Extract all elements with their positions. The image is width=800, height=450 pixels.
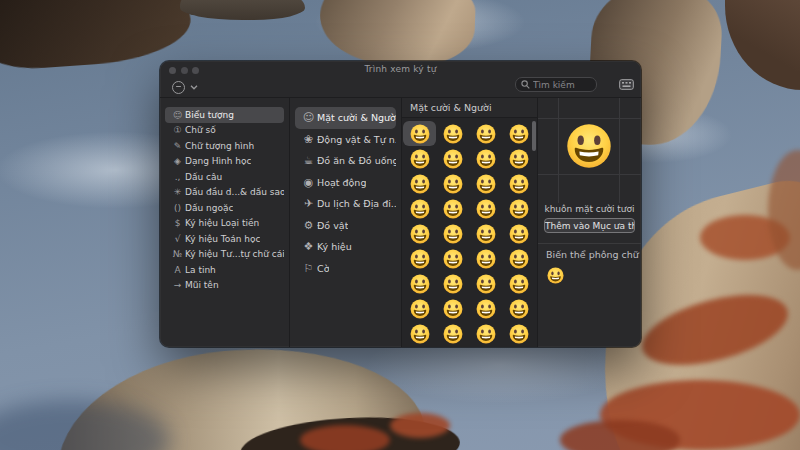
emoji-cell[interactable] xyxy=(436,296,469,321)
search-input[interactable] xyxy=(533,80,591,90)
category-label: Đồ ăn & Đồ uống xyxy=(317,155,396,166)
arrow-icon: → xyxy=(170,280,185,290)
emoji-cell[interactable] xyxy=(469,121,502,146)
emoji-cell[interactable] xyxy=(469,271,502,296)
emoji-cell[interactable] xyxy=(502,196,535,221)
emoji-caption: khuôn mặt cười tươi xyxy=(538,203,641,215)
sidebar-item[interactable]: № Ký hiệu Tư...tự chữ cái xyxy=(165,247,284,263)
emoji-category-item[interactable]: ◉ Hoạt động xyxy=(295,172,396,194)
emoji-glyph xyxy=(443,224,463,244)
emoji-cell[interactable] xyxy=(436,171,469,196)
category-label: Ký hiệu xyxy=(317,241,352,252)
add-to-favorites-button[interactable]: Thêm vào Mục ưa thích xyxy=(544,218,635,233)
sidebar-item-label: Ký hiệu Loại tiền xyxy=(185,218,259,228)
emoji-cell[interactable] xyxy=(469,221,502,246)
emoji-cell[interactable] xyxy=(403,196,436,221)
emoji-cell[interactable] xyxy=(469,321,502,346)
emoji-cell[interactable] xyxy=(436,121,469,146)
emoji-cell[interactable] xyxy=(436,321,469,346)
emoji-cell[interactable] xyxy=(403,296,436,321)
emoji-cell[interactable] xyxy=(469,146,502,171)
chevron-down-icon xyxy=(190,85,198,90)
emoji-cell[interactable] xyxy=(403,121,436,146)
font-variation-item[interactable] xyxy=(538,260,641,288)
wallpaper-rock-island xyxy=(180,0,305,20)
wallpaper-rock-top-right xyxy=(725,0,800,90)
emoji-grid xyxy=(402,118,537,346)
sidebar-item[interactable]: √ Ký hiệu Toán học xyxy=(165,231,284,247)
category-label: Du lịch & Địa đi... xyxy=(317,198,396,209)
emoji-glyph xyxy=(509,149,529,169)
emoji-glyph xyxy=(443,124,463,144)
emoji-glyph xyxy=(410,274,430,294)
sidebar-item[interactable]: → Mũi tên xyxy=(165,278,284,294)
diamond-icon: ◈ xyxy=(170,156,185,166)
view-options-button[interactable] xyxy=(172,81,198,94)
emoji-cell[interactable] xyxy=(469,296,502,321)
sidebar-item[interactable]: ① Chữ số xyxy=(165,123,284,139)
emoji-cell[interactable] xyxy=(436,271,469,296)
emoji-cell[interactable] xyxy=(436,246,469,271)
emoji-cell[interactable] xyxy=(403,146,436,171)
sidebar-item[interactable]: ☺ Biểu tượng xyxy=(165,107,284,123)
emoji-cell[interactable] xyxy=(403,321,436,346)
emoji-cell[interactable] xyxy=(502,171,535,196)
emoji-preview xyxy=(538,98,641,203)
sidebar-item[interactable]: ◈ Dạng Hình học xyxy=(165,154,284,170)
emoji-cell[interactable] xyxy=(502,246,535,271)
emoji-cell[interactable] xyxy=(502,321,535,346)
sidebar-item-label: Dấu câu xyxy=(185,172,222,182)
emoji-category-item[interactable]: ☕ Đồ ăn & Đồ uống xyxy=(295,150,396,172)
emoji-category-item[interactable]: ❀ Động vật & Tự n... xyxy=(295,129,396,151)
emoji-cell[interactable] xyxy=(502,271,535,296)
emoji-cell[interactable] xyxy=(403,171,436,196)
emoji-cell[interactable] xyxy=(469,171,502,196)
emoji-category-item[interactable]: ☺ Mặt cười & Người xyxy=(295,107,396,129)
font-variation-header: Biến thể phông chữ xyxy=(538,244,641,260)
close-button[interactable] xyxy=(169,67,176,74)
wallpaper-rock-pillar xyxy=(318,0,476,68)
emoji-glyph xyxy=(410,199,430,219)
emoji-cell[interactable] xyxy=(436,221,469,246)
category-label: Động vật & Tự n... xyxy=(317,134,396,145)
category-sidebar: ☺ Biểu tượng ① Chữ số ✎ Chữ tượng hình ◈… xyxy=(160,98,289,347)
sidebar-item[interactable]: $ Ký hiệu Loại tiền xyxy=(165,216,284,232)
emoji-glyph xyxy=(476,199,496,219)
category-label: Cờ xyxy=(317,263,329,274)
emoji-category-item[interactable]: ⚙ Đồ vật xyxy=(295,215,396,237)
emoji-cell[interactable] xyxy=(436,146,469,171)
zoom-button[interactable] xyxy=(192,67,199,74)
letter-a-icon: A xyxy=(170,265,185,275)
sidebar-item-label: Biểu tượng xyxy=(185,110,234,120)
emoji-glyph xyxy=(443,249,463,269)
emoji-glyph xyxy=(410,224,430,244)
category-label: Hoạt động xyxy=(317,177,366,188)
emoji-cell[interactable] xyxy=(403,246,436,271)
emoji-cell[interactable] xyxy=(502,221,535,246)
minimize-button[interactable] xyxy=(181,67,188,74)
sidebar-item[interactable]: A La tinh xyxy=(165,262,284,278)
selected-emoji-large xyxy=(566,123,612,169)
emoji-cell[interactable] xyxy=(502,146,535,171)
asterisk-icon: ✳ xyxy=(170,187,185,197)
emoji-cell[interactable] xyxy=(469,196,502,221)
grid-scrollbar[interactable] xyxy=(532,121,536,151)
circled-one-icon: ① xyxy=(170,125,185,135)
sidebar-item[interactable]: ✳ Dấu đầu d...& dấu sao xyxy=(165,185,284,201)
sidebar-item[interactable]: ., Dấu câu xyxy=(165,169,284,185)
emoji-glyph xyxy=(476,224,496,244)
emoji-cell[interactable] xyxy=(403,271,436,296)
emoji-category-item[interactable]: ❖ Ký hiệu xyxy=(295,236,396,258)
emoji-category-item[interactable]: ✈ Du lịch & Địa đi... xyxy=(295,193,396,215)
sidebar-item[interactable]: () Dấu ngoặc xyxy=(165,200,284,216)
emoji-cell[interactable] xyxy=(502,121,535,146)
character-viewer-toggle-button[interactable] xyxy=(618,78,634,90)
emoji-cell[interactable] xyxy=(502,296,535,321)
emoji-cell[interactable] xyxy=(436,196,469,221)
emoji-cell[interactable] xyxy=(469,246,502,271)
emoji-category-list: ☺ Mặt cười & Người ❀ Động vật & Tự n... … xyxy=(290,98,401,347)
search-field[interactable] xyxy=(515,77,597,92)
emoji-cell[interactable] xyxy=(403,221,436,246)
emoji-category-item[interactable]: ⚐ Cờ xyxy=(295,258,396,280)
sidebar-item[interactable]: ✎ Chữ tượng hình xyxy=(165,138,284,154)
